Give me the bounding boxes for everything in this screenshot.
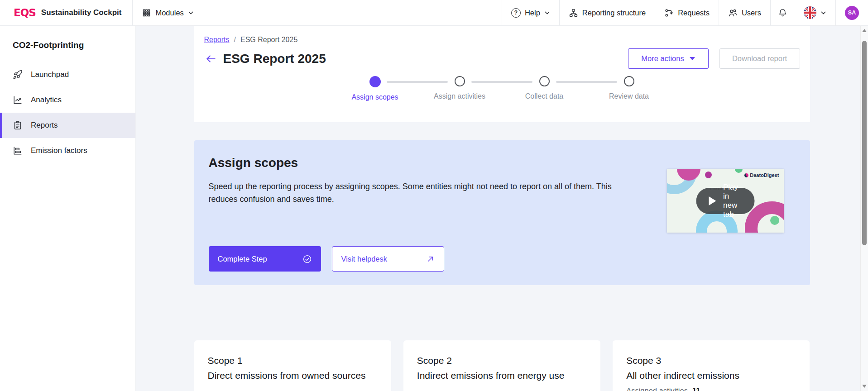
- breadcrumb: Reports / ESG Report 2025: [204, 36, 800, 44]
- check-circle-icon: [302, 254, 312, 264]
- complete-step-button[interactable]: Complete Step: [209, 246, 321, 272]
- step-connector: [471, 81, 532, 83]
- user-avatar[interactable]: SA: [836, 0, 868, 25]
- report-stepper: Assign scopes Assign activities Collect …: [333, 76, 671, 101]
- rocket-icon: [13, 70, 23, 80]
- step-connector: [556, 81, 617, 83]
- sidebar-item-analytics[interactable]: Analytics: [0, 87, 135, 113]
- daato-digest-logo: DaatoDigest: [744, 172, 779, 178]
- step-label: Assign activities: [434, 92, 485, 100]
- step-circle: [455, 76, 465, 86]
- bar-chart-icon: [13, 146, 23, 156]
- download-report-button[interactable]: Download report: [719, 48, 800, 69]
- scope-card-subtitle: Indirect emissions from energy use: [417, 368, 587, 383]
- sidebar-item-label: Reports: [31, 121, 58, 130]
- assigned-activities-label: Assigned activities: [626, 386, 688, 391]
- decorative-shape: [735, 169, 743, 173]
- step-circle: [624, 76, 634, 86]
- requests-label: Requests: [678, 9, 710, 17]
- scope-card-title: Scope 1: [208, 353, 378, 368]
- reporting-structure-button[interactable]: Reporting structure: [560, 0, 655, 25]
- help-menu[interactable]: ? Help: [502, 0, 559, 25]
- daato-dot-icon: [744, 173, 748, 177]
- scope-1-card[interactable]: Scope 1 Direct emissions from owned sour…: [194, 340, 391, 391]
- play-in-new-tab-button[interactable]: Play in new tab: [696, 188, 754, 214]
- clipboard-icon: [13, 120, 23, 130]
- step-label: Review data: [609, 92, 649, 100]
- breadcrumb-reports-link[interactable]: Reports: [204, 36, 230, 44]
- notifications-button[interactable]: [771, 0, 795, 25]
- scope-cards-row: Scope 1 Direct emissions from owned sour…: [194, 340, 810, 391]
- play-icon: [709, 196, 716, 205]
- chevron-down-icon: [820, 10, 826, 16]
- bell-icon: [778, 8, 787, 18]
- step-review-data[interactable]: Review data: [587, 76, 671, 101]
- breadcrumb-current: ESG Report 2025: [240, 36, 297, 44]
- step-label: Assign scopes: [351, 93, 398, 101]
- scope-3-card[interactable]: Scope 3 All other indirect emissions Ass…: [613, 340, 810, 391]
- assign-scopes-card: Assign scopes Speed up the reporting pro…: [194, 140, 810, 285]
- scrollbar-thumb[interactable]: [862, 41, 867, 245]
- modules-label: Modules: [155, 9, 183, 17]
- brand: EQS Sustainability Cockpit: [0, 0, 132, 25]
- visit-helpdesk-button[interactable]: Visit helpdesk: [332, 246, 444, 272]
- title-row: ESG Report 2025 More actions Download re…: [204, 48, 800, 69]
- reporting-structure-label: Reporting structure: [582, 9, 646, 17]
- step-assign-activities[interactable]: Assign activities: [417, 76, 502, 101]
- help-icon: ?: [511, 8, 521, 18]
- scope-card-title: Scope 2: [417, 353, 587, 368]
- language-selector[interactable]: [795, 0, 835, 25]
- eqs-logo: EQS: [14, 7, 36, 19]
- scope-card-subtitle: All other indirect emissions: [626, 368, 796, 383]
- step-circle: [539, 76, 550, 86]
- scope-card-subtitle: Direct emissions from owned sources: [208, 368, 378, 383]
- step-label: Collect data: [525, 92, 564, 100]
- page-title: ESG Report 2025: [223, 52, 326, 66]
- sidebar-item-emission-factors[interactable]: Emission factors: [0, 138, 135, 163]
- scrollbar-up-arrow-icon[interactable]: [862, 29, 867, 32]
- users-button[interactable]: Users: [719, 0, 770, 25]
- decorative-shape: [705, 172, 712, 178]
- navbar-spacer: [203, 0, 502, 25]
- requests-button[interactable]: Requests: [655, 0, 719, 25]
- chevron-down-icon: [544, 10, 550, 16]
- external-link-icon: [426, 255, 435, 263]
- step-circle-active: [369, 76, 381, 87]
- help-label: Help: [525, 9, 540, 17]
- scope-card-title: Scope 3: [626, 353, 796, 368]
- analytics-icon: [13, 95, 23, 105]
- step-assign-scopes[interactable]: Assign scopes: [333, 76, 417, 101]
- top-navbar: EQS Sustainability Cockpit Modules ? Hel…: [0, 0, 868, 26]
- scrollbar-down-arrow-icon[interactable]: [862, 385, 867, 388]
- sidebar-item-launchpad[interactable]: Launchpad: [0, 62, 135, 87]
- sidebar-item-reports[interactable]: Reports: [0, 113, 135, 138]
- assigned-activities-count: 11: [692, 386, 700, 391]
- sidebar: CO2-Footprinting Launchpad Analytics Rep…: [0, 26, 136, 391]
- explainer-video-thumbnail[interactable]: DaatoDigest ERKLÄRVIDEOS Play in new tab: [667, 169, 784, 233]
- more-actions-button[interactable]: More actions: [628, 48, 709, 69]
- assign-scopes-description: Speed up the reporting process by assign…: [209, 180, 634, 205]
- decorative-shape: [770, 216, 779, 225]
- sidebar-item-label: Launchpad: [31, 70, 69, 79]
- modules-grid-icon: [142, 8, 151, 18]
- step-collect-data[interactable]: Collect data: [502, 76, 587, 101]
- users-label: Users: [742, 9, 761, 17]
- sidebar-item-label: Analytics: [31, 95, 62, 105]
- uk-flag-icon: [804, 6, 816, 19]
- scope-2-card[interactable]: Scope 2 Indirect emissions from energy u…: [403, 340, 600, 391]
- assigned-activities: Assigned activities 11: [626, 386, 796, 391]
- step-connector: [387, 81, 448, 83]
- modules-menu[interactable]: Modules: [133, 0, 202, 25]
- back-arrow-icon[interactable]: [205, 53, 217, 65]
- sidebar-item-label: Emission factors: [31, 146, 87, 155]
- users-icon: [728, 8, 738, 18]
- main-content: Reports / ESG Report 2025 ESG Report 202…: [136, 26, 868, 391]
- sidebar-module-heading: CO2-Footprinting: [0, 26, 135, 62]
- assign-scopes-title: Assign scopes: [209, 156, 796, 170]
- caret-down-icon: [690, 57, 695, 60]
- vertical-scrollbar[interactable]: [860, 26, 868, 391]
- report-header-panel: Reports / ESG Report 2025 ESG Report 202…: [194, 26, 810, 122]
- workflow-icon: [664, 8, 674, 18]
- chevron-down-icon: [188, 10, 194, 16]
- app-title: Sustainability Cockpit: [41, 8, 122, 17]
